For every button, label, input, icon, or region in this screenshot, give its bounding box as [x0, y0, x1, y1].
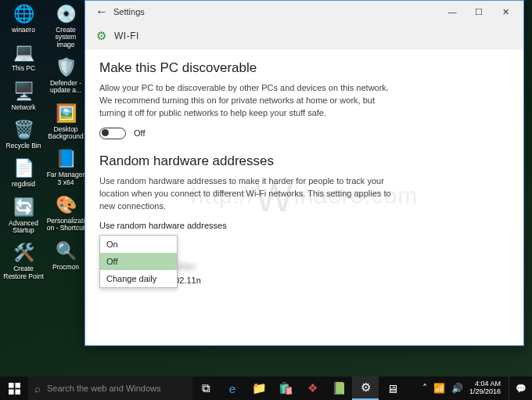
svg-rect-2	[9, 389, 14, 395]
discoverable-toggle-row: Off	[99, 128, 508, 139]
desktop-icon-glyph: 🛡️	[53, 55, 78, 80]
desktop-icon-label: Create Restore Point	[3, 265, 44, 280]
desktop-icon-glyph: 🎨	[53, 193, 78, 218]
desktop-icon-glyph: 📘	[53, 146, 78, 171]
desktop-icon[interactable]: 🛡️Defender - update a...	[45, 55, 86, 95]
random-hw-heading: Random hardware addresses	[99, 153, 508, 169]
desktop-icon-label: Network	[11, 104, 35, 111]
svg-rect-1	[15, 383, 20, 388]
taskbar-registry[interactable]: 📗	[325, 377, 352, 400]
start-button[interactable]	[0, 377, 28, 400]
desktop-icon-glyph: 🖼️	[53, 101, 78, 126]
content-area: http://Winaero.com Make this PC discover…	[85, 49, 523, 345]
minimize-button[interactable]: —	[439, 7, 466, 17]
desktop-icon-label: Advanced Startup	[3, 220, 44, 235]
discoverable-toggle-state: Off	[134, 128, 145, 138]
desktop-icon-glyph: 🔄	[11, 195, 36, 220]
desktop-icon-glyph: 🗑️	[11, 117, 36, 142]
page-header: ⚙ WI-FI	[85, 23, 523, 49]
desktop-icon-glyph: 🖥️	[11, 79, 36, 104]
random-hw-body: Use random hardware addresses to make it…	[99, 175, 397, 213]
taskbar-task-view[interactable]: ⧉	[192, 377, 219, 400]
desktop-icon[interactable]: 🔍Procmon	[45, 239, 86, 271]
svg-rect-0	[9, 383, 14, 388]
taskbar-edge[interactable]: e	[219, 377, 246, 400]
dropdown-option[interactable]: Off	[100, 253, 177, 270]
desktop-icon-label: Far Manager 3 x64	[45, 171, 86, 186]
desktop-icon[interactable]: 🖼️Desktop Background	[45, 101, 86, 141]
discoverable-body: Allow your PC to be discoverable by othe…	[99, 82, 397, 120]
desktop-icon-glyph: 🌐	[11, 2, 36, 27]
taskbar: ⌕ Search the web and Windows ⧉e📁🛍️❖📗⚙🖥 ˄…	[0, 377, 532, 400]
desktop-icon-label: regdisid	[12, 181, 35, 188]
discoverable-heading: Make this PC discoverable	[99, 60, 508, 76]
volume-icon[interactable]: 🔊	[451, 383, 463, 394]
taskbar-settings[interactable]: ⚙	[352, 377, 379, 400]
taskbar-winaero-app[interactable]: ❖	[299, 377, 325, 400]
network-icon[interactable]: 📶	[433, 383, 445, 394]
desktop-icon-label: winaero	[12, 27, 35, 34]
clock-date: 1/29/2016	[469, 388, 501, 396]
close-button[interactable]: ✕	[492, 7, 519, 17]
search-icon: ⌕	[34, 383, 41, 395]
desktop-icon-label: Procmon	[52, 264, 79, 271]
desktop-icon-glyph: 🛠️	[11, 240, 36, 265]
search-placeholder: Search the web and Windows	[47, 384, 161, 393]
window-controls: — ☐ ✕	[439, 7, 519, 17]
system-tray: ˄ 📶 🔊 4:04 AM 1/29/2016	[418, 377, 509, 400]
desktop-icon-glyph: 🔍	[53, 239, 78, 264]
desktop-icon-label: This PC	[12, 65, 35, 72]
svg-rect-3	[15, 389, 20, 395]
discoverable-toggle[interactable]	[99, 128, 126, 139]
window-title: Settings	[113, 7, 145, 16]
desktop-icon[interactable]: 📄regdisid	[3, 156, 44, 188]
taskbar-rdp[interactable]: 🖥	[379, 377, 405, 400]
desktop-icon[interactable]: 🔄Advanced Startup	[3, 195, 44, 235]
back-button[interactable]: ←	[90, 5, 113, 19]
desktop-icon-glyph: 📄	[11, 156, 36, 181]
maximize-button[interactable]: ☐	[466, 7, 492, 17]
taskbar-store[interactable]: 🛍️	[272, 377, 299, 400]
random-hw-dropdown-label: Use random hardware addresses	[99, 221, 508, 230]
desktop-icon-label: Desktop Background	[45, 126, 86, 141]
desktop-icon[interactable]: 🌐winaero	[3, 2, 44, 34]
desktop-icon-label: Create system image	[45, 27, 86, 49]
action-center-button[interactable]: 💬	[509, 377, 532, 400]
taskbar-file-explorer[interactable]: 📁	[246, 377, 272, 400]
desktop-icon-glyph: 💿	[53, 2, 78, 27]
tray-chevron-icon[interactable]: ˄	[422, 383, 427, 394]
desktop-icon[interactable]: 🎨Personalization - Shortcut	[45, 193, 86, 232]
page-title: WI-FI	[114, 31, 139, 41]
settings-window: ← Settings — ☐ ✕ ⚙ WI-FI http://Winaero.…	[84, 0, 524, 346]
clock[interactable]: 4:04 AM 1/29/2016	[469, 380, 504, 396]
search-box[interactable]: ⌕ Search the web and Windows	[28, 377, 192, 400]
desktop-icon[interactable]: 🛠️Create Restore Point	[3, 240, 44, 280]
desktop-icon-label: Recycle Bin	[6, 142, 41, 150]
titlebar: ← Settings — ☐ ✕	[85, 1, 523, 23]
dropdown-option[interactable]: On	[100, 236, 177, 253]
desktop-icon-glyph: 💻	[11, 40, 36, 65]
desktop-icon[interactable]: 🗑️Recycle Bin	[3, 117, 44, 150]
desktop-icon[interactable]: 🖥️Network	[3, 79, 44, 111]
desktop-icon-label: Defender - update a...	[45, 80, 86, 95]
desktop-icon-label: Personalization - Shortcut	[45, 218, 86, 232]
dropdown-option[interactable]: Change daily	[100, 270, 177, 287]
desktop-icon[interactable]: 💿Create system image	[45, 2, 86, 49]
desktop-icon[interactable]: 📘Far Manager 3 x64	[45, 146, 86, 186]
gear-icon: ⚙	[96, 29, 106, 43]
desktop-icon[interactable]: 💻This PC	[3, 40, 44, 72]
